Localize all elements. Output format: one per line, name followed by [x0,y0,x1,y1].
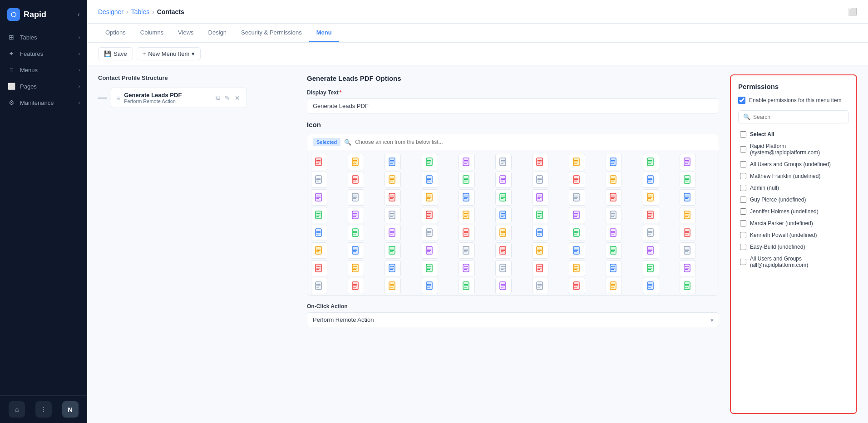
permission-checkbox[interactable] [740,197,746,203]
tab-columns[interactable]: Columns [133,24,171,42]
permissions-search-input[interactable] [753,114,844,120]
icon-cell[interactable] [680,207,696,223]
select-all-checkbox[interactable] [740,131,746,138]
icon-cell[interactable] [643,260,659,276]
icon-cell[interactable] [495,189,512,206]
breadcrumb-tables[interactable]: Tables [131,8,149,15]
icon-cell[interactable] [459,225,475,241]
icon-cell[interactable] [643,242,659,259]
icon-cell[interactable] [532,225,548,241]
icon-cell[interactable] [459,189,475,206]
icon-cell[interactable] [385,189,401,206]
icon-cell[interactable] [385,260,401,276]
sidebar-collapse-btn[interactable]: ‹ [78,10,80,19]
icon-cell[interactable] [495,225,512,241]
icon-cell[interactable] [569,207,585,223]
icon-cell[interactable] [680,260,696,276]
icon-cell[interactable] [606,154,622,170]
icon-cell[interactable] [459,242,475,259]
permission-checkbox[interactable] [740,173,746,179]
icon-cell[interactable] [385,207,401,223]
icon-cell[interactable] [348,278,364,294]
icon-cell[interactable] [385,242,401,259]
icon-cell[interactable] [569,189,585,206]
icon-cell[interactable] [495,207,512,223]
icon-cell[interactable] [606,189,622,206]
icon-cell[interactable] [532,242,548,259]
icon-cell[interactable] [422,278,438,294]
rapid-n-button[interactable]: N [62,401,79,418]
tab-options[interactable]: Options [98,24,133,42]
icon-cell[interactable] [569,172,585,188]
home-button[interactable]: ⌂ [9,401,25,418]
tab-security[interactable]: Security & Permissions [234,24,309,42]
icon-cell[interactable] [311,278,327,294]
icon-cell[interactable] [532,189,548,206]
icon-cell[interactable] [311,189,327,206]
icon-cell[interactable] [569,260,585,276]
icon-cell[interactable] [311,172,327,188]
icon-cell[interactable] [422,260,438,276]
icon-cell[interactable] [680,225,696,241]
icon-cell[interactable] [459,278,475,294]
sidebar-item-menus[interactable]: ≡ Menus › [0,62,87,78]
breadcrumb-designer[interactable]: Designer [98,8,123,15]
icon-cell[interactable] [569,154,585,170]
icon-cell[interactable] [348,172,364,188]
save-button[interactable]: 💾 Save [98,47,133,60]
icon-cell[interactable] [643,154,659,170]
icon-cell[interactable] [532,207,548,223]
menu-item-delete-button[interactable]: ✕ [234,93,241,103]
icon-cell[interactable] [348,207,364,223]
icon-cell[interactable] [643,189,659,206]
icon-cell[interactable] [680,154,696,170]
permission-checkbox[interactable] [740,232,746,238]
permission-checkbox[interactable] [740,185,746,191]
icon-cell[interactable] [422,172,438,188]
icon-cell[interactable] [680,172,696,188]
icon-cell[interactable] [311,207,327,223]
icon-cell[interactable] [569,225,585,241]
icon-cell[interactable] [606,207,622,223]
icon-cell[interactable] [459,154,475,170]
icon-cell[interactable] [495,154,512,170]
sidebar-item-pages[interactable]: ⬜ Pages › [0,78,87,94]
icon-cell[interactable] [459,260,475,276]
flow-button[interactable]: ⋮ [35,401,52,418]
icon-cell[interactable] [385,172,401,188]
icon-cell[interactable] [385,225,401,241]
icon-cell[interactable] [385,278,401,294]
icon-cell[interactable] [422,154,438,170]
permission-checkbox[interactable] [740,146,746,152]
permission-checkbox[interactable] [740,161,746,167]
drag-handle-icon[interactable]: ≡ [117,94,120,102]
icon-cell[interactable] [532,260,548,276]
on-click-action-select[interactable]: Perform Remote Action [307,312,719,327]
permission-checkbox[interactable] [740,208,746,215]
icon-cell[interactable] [606,278,622,294]
permission-checkbox[interactable] [740,259,746,265]
icon-cell[interactable] [385,154,401,170]
new-menu-item-button[interactable]: + New Menu Item ▾ [137,47,201,60]
icon-cell[interactable] [606,225,622,241]
tab-views[interactable]: Views [171,24,201,42]
icon-cell[interactable] [311,225,327,241]
icon-cell[interactable] [532,154,548,170]
icon-cell[interactable] [606,260,622,276]
menu-item-edit-button[interactable]: ✎ [224,93,231,103]
icon-cell[interactable] [311,260,327,276]
permission-checkbox[interactable] [740,220,746,226]
icon-cell[interactable] [680,242,696,259]
display-text-input[interactable] [307,98,719,113]
enable-permissions-checkbox[interactable] [738,97,745,104]
icon-cell[interactable] [311,154,327,170]
icon-cell[interactable] [348,242,364,259]
sidebar-item-maintenance[interactable]: ⚙ Maintenance › [0,94,87,111]
icon-cell[interactable] [422,207,438,223]
icon-search-input[interactable] [355,139,713,145]
icon-cell[interactable] [422,189,438,206]
menu-item-duplicate-button[interactable]: ⧉ [215,93,221,103]
icon-cell[interactable] [606,242,622,259]
icon-cell[interactable] [532,172,548,188]
topbar-chat-icon[interactable]: ⬜ [848,7,857,16]
